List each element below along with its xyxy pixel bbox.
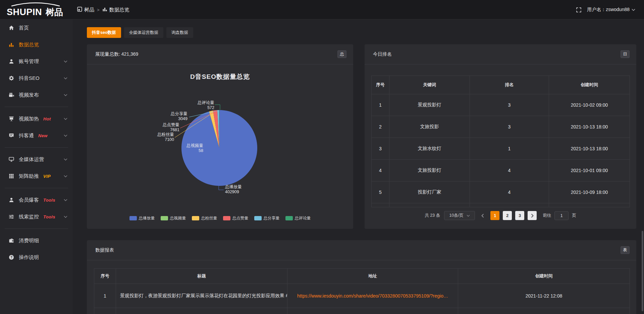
tools-badge: Tools [43, 214, 55, 219]
sidebar-item-media-operation[interactable]: 全媒体运营 [0, 151, 73, 168]
page-button-2[interactable]: 2 [503, 211, 512, 220]
sidebar-item-instructions[interactable]: ? 操作说明 [0, 249, 73, 266]
logo-arc [11, 3, 60, 6]
report-card-header: 数据报表 表 [87, 240, 636, 260]
sidebar-item-matrix-boost[interactable]: 矩阵助推 VIP [0, 168, 73, 185]
column-header: 序号 [372, 76, 389, 94]
sidebar-item-data-overview[interactable]: 数据总览 [0, 36, 73, 53]
cell-created: 2021-10-13 18:00 [549, 116, 630, 138]
sidebar-item-douketong[interactable]: 抖客通 New [0, 127, 73, 144]
goto-label: 前往 [543, 213, 551, 218]
report-title: 数据报表 [95, 247, 114, 253]
cell-created: 2021-10-09 18:00 [549, 181, 630, 203]
legend-swatch [254, 216, 262, 220]
sidebar-item-home[interactable]: 首页 [0, 19, 73, 36]
column-header: 排名 [470, 76, 549, 94]
page-button-3[interactable]: 3 [515, 211, 524, 220]
fullscreen-icon[interactable] [576, 7, 582, 13]
sidebar-item-label: 抖音SEO [19, 75, 40, 82]
ranking-table: 序号 关键词 排名 创建时间 1 景观投影灯 3 2021-10-02 09:0… [371, 75, 630, 207]
page-button-1[interactable]: 1 [490, 211, 499, 220]
cell-index: 5 [372, 181, 389, 203]
chevron-down-icon [64, 135, 67, 137]
legend-label: 总视频量 [170, 215, 186, 221]
table-row[interactable]: 1 景观投影灯，夜游景观投影灯厂家展示展示落花灯在花园里的灯光投影应用效果 # … [94, 284, 630, 308]
table-row[interactable]: 2 文旅投影 3 2021-10-13 18:00 [372, 116, 630, 138]
column-header: 关键词 [389, 76, 470, 94]
pie-label-line [215, 105, 220, 110]
legend-label: 总评论量 [295, 215, 311, 221]
legend-item-总视频量[interactable]: 总视频量 [161, 215, 186, 221]
legend-item-总播放量[interactable]: 总播放量 [129, 215, 155, 221]
sidebar-item-label: 视频加热 [19, 116, 39, 122]
scrollbar-thumb[interactable] [642, 231, 643, 311]
pagination-total: 共 23 条 [425, 213, 440, 218]
breadcrumb-label: 树品 [84, 7, 94, 13]
ranking-title: 今日排名 [373, 51, 392, 57]
cell-rank: 3 [470, 116, 549, 138]
chevron-down-icon [64, 60, 67, 63]
legend-label: 总分享量 [264, 215, 280, 221]
sidebar-item-video-heat[interactable]: 视频加热 Hot [0, 110, 73, 127]
sidebar-item-spending-detail[interactable]: 消费明细 [0, 232, 73, 249]
breadcrumb-home[interactable]: 树品 [77, 7, 94, 13]
member-icon [8, 197, 14, 203]
legend-swatch [223, 216, 230, 220]
chevron-down-icon [64, 216, 67, 218]
legend-item-总评论量[interactable]: 总评论量 [285, 215, 311, 221]
question-icon: ? [8, 255, 14, 260]
comment-icon [8, 133, 14, 139]
home-icon [8, 25, 14, 31]
next-page-button[interactable] [528, 211, 537, 220]
goto-page-input[interactable] [554, 211, 569, 220]
table-toggle-button[interactable]: 表 [621, 246, 630, 254]
data-tabs: 抖音seo数据 全媒体运营数据 询盘数据 [87, 27, 193, 38]
shupin-logo[interactable]: SHUPIN 树品 [6, 2, 73, 18]
legend-item-总粉丝量[interactable]: 总粉丝量 [192, 215, 217, 221]
legend-label: 总点赞量 [232, 215, 249, 221]
grid-icon [8, 173, 14, 179]
legend-item-总分享量[interactable]: 总分享量 [254, 215, 280, 221]
legend-item-总点赞量[interactable]: 总点赞量 [223, 215, 249, 221]
table-row[interactable]: 3 文旅水纹灯 1 2021-10-13 18:00 [372, 138, 630, 160]
gear-icon [8, 75, 14, 81]
cell-rank: 4 [470, 160, 549, 181]
tools-badge: Tools [43, 198, 55, 203]
prev-page-button[interactable] [478, 211, 487, 220]
breadcrumb: 树品 > 数据总览 [77, 0, 129, 19]
tab-douyin-seo-data[interactable]: 抖音seo数据 [87, 27, 121, 38]
sidebar-item-lead-monitor[interactable]: 线索监控 Tools [0, 208, 73, 225]
sidebar-item-video-publish[interactable]: 视频发布 [0, 87, 73, 103]
chevron-down-icon [64, 77, 67, 80]
chart-bar-icon [8, 42, 14, 48]
table-row[interactable]: 1 景观投影灯 3 2021-10-02 09:00 [372, 94, 630, 116]
cell-keyword: 景观投影灯 [389, 94, 470, 116]
day-toggle-button[interactable]: 日 [621, 50, 630, 58]
user-icon [8, 59, 14, 64]
sidebar-item-label: 会员爆客 [19, 197, 39, 203]
sidebar-item-label: 账号管理 [19, 58, 39, 65]
sidebar-item-label: 视频发布 [19, 92, 39, 98]
table-row[interactable]: 5 投影灯厂家 4 2021-10-09 18:00 [372, 181, 630, 203]
chevron-down-icon [632, 8, 635, 12]
hot-badge: Hot [43, 116, 51, 121]
screen-icon [8, 116, 14, 122]
cell-rank: 1 [470, 138, 549, 160]
username-label: 用户名：zswodun88 [587, 7, 630, 13]
page-size-select[interactable]: 10条/页 [444, 211, 475, 220]
tab-media-operation-data[interactable]: 全媒体运营数据 [124, 27, 164, 38]
breadcrumb-current[interactable]: 数据总览 [102, 7, 129, 13]
sidebar-item-label: 矩阵助推 [19, 173, 39, 179]
tab-inquiry-data[interactable]: 询盘数据 [166, 27, 193, 38]
pagination: 共 23 条 10条/页 1 2 3 前往 页 [365, 211, 636, 220]
sidebar-item-member-burst[interactable]: 会员爆客 Tools [0, 192, 73, 208]
pie-chart-legend: 总播放量总视频量总粉丝量总点赞量总分享量总评论量 [87, 215, 353, 221]
sidebar-item-douyin-seo[interactable]: 抖音SEO [0, 70, 73, 87]
table-row[interactable]: 4 文旅投影灯 4 2021-10-01 09:00 [372, 160, 630, 181]
video-link[interactable]: https://www.iesdouyin.com/share/video/70… [297, 293, 448, 299]
column-header: 创建时间 [549, 76, 630, 94]
sidebar-item-account[interactable]: 账号管理 [0, 53, 73, 70]
pie-label-总点赞量: 总点赞量7681 [162, 122, 179, 132]
user-menu[interactable]: 用户名：zswodun88 [587, 7, 635, 13]
cell-created: 2021-10-02 09:00 [549, 94, 630, 116]
